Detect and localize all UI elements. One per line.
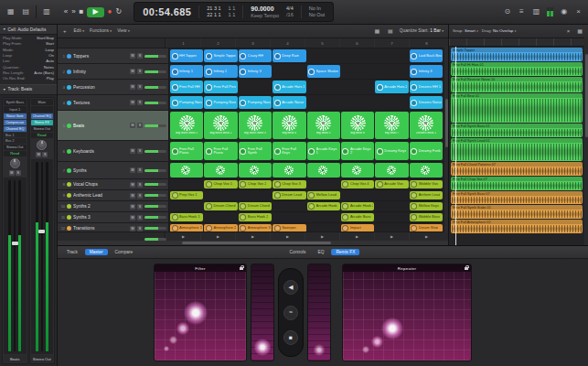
record-button[interactable]: ● — [108, 8, 112, 16]
playhead[interactable] — [455, 47, 456, 245]
column-number[interactable]: 7 — [374, 38, 409, 48]
quantize-start-menu[interactable]: Quantize Start: 1 Bar ▾ — [400, 28, 444, 33]
inspector-row[interactable]: On Rec End: Play — [3, 77, 54, 81]
track-header[interactable]: 3 Percussion M S — [57, 80, 169, 94]
loop-cell[interactable] — [410, 163, 443, 178]
plugin-slot[interactable]: Noise Gate — [4, 113, 27, 119]
loop-cell[interactable] — [375, 163, 408, 178]
track-header[interactable]: 6 Keyboards M S — [57, 141, 169, 161]
loop-cell[interactable]: Deep Rain — [273, 49, 305, 62]
loop-cell[interactable]: Chop Vox 1 — [204, 180, 237, 188]
view-tab[interactable]: EQ — [313, 249, 328, 255]
loop-cell[interactable]: Dream Chord 2 — [239, 202, 272, 210]
audio-region[interactable]: Free Fall Atmosphere 02 — [451, 220, 583, 233]
solo-button[interactable]: S — [137, 204, 143, 210]
track-volume-slider[interactable] — [144, 169, 166, 172]
solo-button[interactable]: S — [137, 167, 143, 173]
loop-cell[interactable]: Big Beat 7 — [375, 112, 408, 139]
channel-tab[interactable]: Track — [62, 249, 82, 255]
loop-cell[interactable]: Dreams Beat 1 — [410, 112, 443, 139]
solo-button[interactable]: S — [137, 148, 143, 154]
loop-cell[interactable]: Bass Hook 1 — [170, 213, 203, 221]
solo-button[interactable]: S — [137, 123, 143, 128]
lock-icon[interactable] — [240, 267, 243, 271]
loop-cell[interactable]: Crazy HH — [239, 49, 272, 62]
solo-button[interactable]: S — [137, 182, 143, 188]
scene-trigger-button[interactable]: ▶ — [339, 232, 374, 241]
loop-cell[interactable] — [170, 163, 203, 178]
scene-trigger-button[interactable]: ▶ — [200, 232, 235, 241]
solo-button[interactable]: S — [137, 84, 143, 90]
track-volume-slider[interactable] — [144, 150, 166, 153]
track-header[interactable]: 4 Textures M S — [57, 95, 169, 110]
input-slot[interactable]: Input 1 — [4, 106, 27, 113]
loop-cell[interactable]: Free Fall Keys — [273, 142, 305, 160]
solo-button[interactable]: S — [137, 100, 143, 105]
mute-button[interactable]: M — [130, 204, 135, 210]
solo-button[interactable]: S — [16, 170, 21, 176]
loop-cell[interactable]: Anthem Lead — [410, 191, 443, 199]
solo-button[interactable]: S — [137, 226, 143, 231]
column-number[interactable]: 5 — [305, 38, 339, 48]
volume-fader[interactable] — [14, 180, 16, 351]
pan-knob[interactable] — [37, 140, 47, 150]
mute-button[interactable]: M — [130, 148, 135, 154]
scene-trigger-button[interactable]: ▶ — [305, 232, 339, 241]
mute-button[interactable]: M — [130, 167, 135, 173]
solo-button[interactable]: S — [137, 193, 143, 199]
loop-cell[interactable]: Big Bass Beat 1 — [170, 112, 203, 139]
bar-ruler[interactable] — [449, 38, 588, 47]
column-number[interactable]: 6 — [339, 38, 374, 48]
lcd-display[interactable]: 00:54.685 21 3 1 22 1 1 1 1 1 1 90.0000 … — [134, 2, 334, 22]
loop-cell[interactable]: Arcade Bass — [341, 213, 374, 221]
audio-region[interactable]: Free Fall Chord Patterns 07 — [451, 162, 583, 176]
solo-button[interactable]: S — [137, 215, 143, 221]
stop-button[interactable]: ■ — [80, 8, 84, 16]
forward-button[interactable]: » — [71, 8, 75, 16]
loop-cell[interactable]: Arcade Vox — [375, 180, 408, 188]
loop-cell[interactable] — [239, 163, 272, 178]
loop-cell[interactable]: Wobble Bass — [410, 213, 443, 221]
track-volume-slider[interactable] — [144, 102, 166, 104]
mute-button[interactable]: M — [130, 53, 135, 59]
channel-tab[interactable]: Master — [85, 249, 108, 255]
loop-cell[interactable]: Laid Back Beat — [410, 49, 443, 62]
cell-inspector-header[interactable]: ▼ Cell: Audio Defaults — [0, 24, 57, 35]
loop-cell[interactable]: Infinity 1 — [170, 65, 203, 78]
plugin-slot[interactable]: Channel EQ — [31, 113, 54, 119]
rewind-button[interactable]: « — [64, 8, 68, 16]
scene-trigger-button[interactable]: ▶ — [270, 232, 305, 241]
audio-region[interactable]: Free Fall Hi Hats 01 — [451, 62, 583, 76]
mute-button[interactable]: M — [130, 182, 135, 188]
loop-cell[interactable]: Dream Chord 1 — [204, 202, 237, 210]
close-icon[interactable]: × — [574, 7, 583, 16]
cell-view-icon[interactable]: ▤ — [386, 27, 395, 35]
loop-cell[interactable]: Space Shakers 1 — [307, 65, 340, 78]
loop-cell[interactable]: Infinity 3 — [239, 65, 272, 78]
inspector-row[interactable]: Quantize: Notes — [3, 66, 54, 70]
audio-region[interactable]: Free Fall Synth Lead 01 — [451, 138, 583, 161]
channel-setting-button[interactable]: Synth Bass — [4, 99, 27, 105]
plugin-slot[interactable]: Channel EQ — [4, 126, 27, 132]
reverse-button[interactable]: ◀ — [283, 280, 298, 295]
loop-cell[interactable]: Chop Vox 4 — [341, 180, 374, 188]
close-icon[interactable]: × — [565, 27, 572, 35]
audio-region[interactable]: Simple Topper — [451, 48, 583, 61]
loop-cell[interactable]: Dreams Noise — [410, 96, 443, 109]
output-slot[interactable]: Stereo Out — [31, 126, 54, 132]
loop-cell[interactable]: Wobble Vox — [410, 180, 443, 188]
channel-tab[interactable]: Compare — [111, 249, 138, 255]
track-header[interactable]: 8 Vocal Chops M S — [57, 179, 169, 189]
mute-button[interactable]: M — [130, 84, 135, 90]
loop-cell[interactable]: Big Bass Beat 2 — [204, 112, 237, 139]
loop-cell[interactable]: Big Beat 5 — [307, 112, 340, 139]
mixer-icon[interactable]: ▥ — [531, 7, 542, 16]
column-number[interactable]: 8 — [409, 38, 444, 48]
solo-button[interactable]: S — [137, 53, 143, 59]
loop-cell[interactable]: Arcade Hook 2 — [341, 202, 374, 210]
automation-mode-button[interactable]: Read — [31, 133, 54, 138]
loop-cell[interactable]: Dreamy Funk — [410, 142, 443, 160]
loop-cell[interactable]: Free Fall HH — [170, 81, 203, 93]
edit-menu[interactable]: Edit ▾ — [74, 28, 85, 33]
loop-cell[interactable]: Infinity 2 — [204, 65, 237, 78]
